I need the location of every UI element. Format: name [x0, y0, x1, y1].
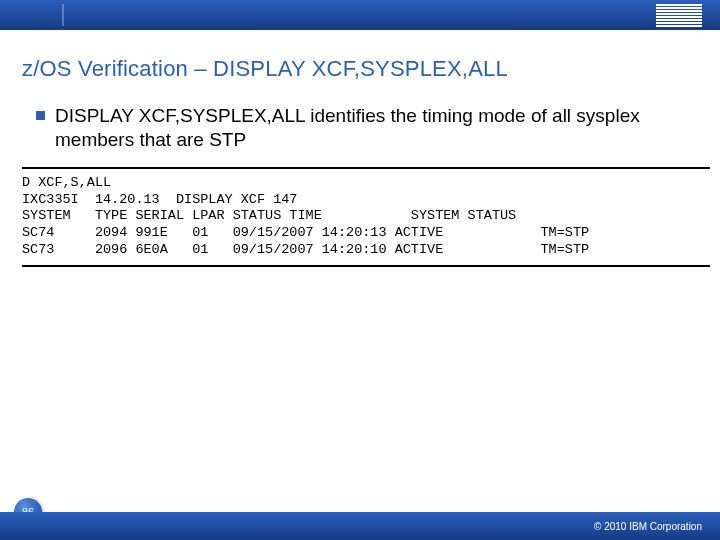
topbar-separator [62, 4, 64, 26]
square-bullet-icon [36, 111, 45, 120]
terminal-output: D XCF,S,ALL IXC335I 14.20.13 DISPLAY XCF… [22, 167, 710, 267]
bottom-bar: © 2010 IBM Corporation [0, 512, 720, 540]
slide-title: z/OS Verification – DISPLAY XCF,SYSPLEX,… [22, 56, 710, 82]
bullet-item: DISPLAY XCF,SYSPLEX,ALL identifies the t… [22, 104, 710, 153]
bullet-text: DISPLAY XCF,SYSPLEX,ALL identifies the t… [55, 104, 710, 153]
slide-content: z/OS Verification – DISPLAY XCF,SYSPLEX,… [0, 30, 720, 267]
ibm-logo-icon [656, 4, 702, 27]
top-bar [0, 0, 720, 30]
copyright-text: © 2010 IBM Corporation [594, 521, 702, 532]
